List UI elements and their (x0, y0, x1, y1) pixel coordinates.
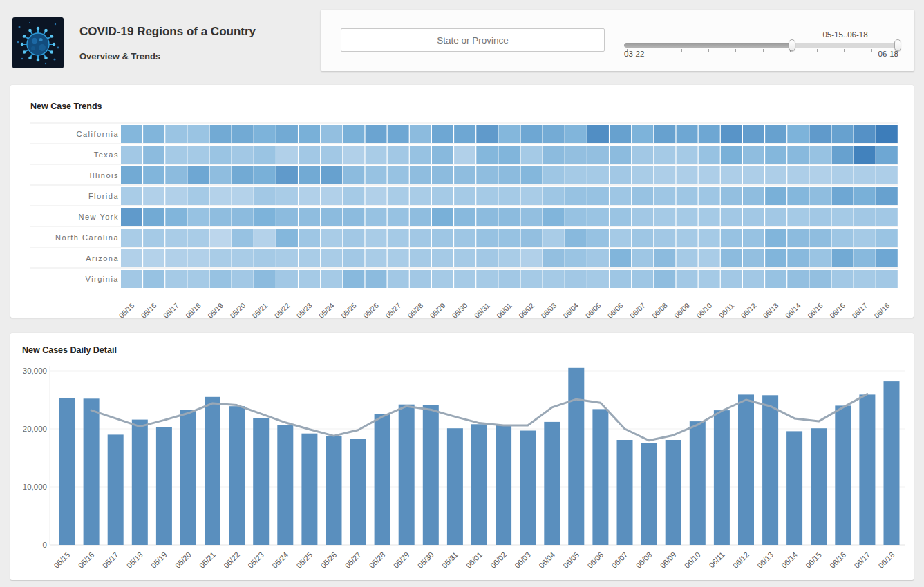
heatmap-cell[interactable] (498, 187, 520, 205)
heatmap-cell[interactable] (721, 208, 742, 226)
heatmap-cell[interactable] (521, 187, 543, 205)
heatmap-cell[interactable] (143, 249, 164, 267)
heatmap-cell[interactable] (809, 249, 831, 267)
heatmap-cell[interactable] (654, 208, 675, 226)
heatmap-cell[interactable] (610, 208, 631, 226)
heatmap-cell[interactable] (321, 146, 342, 164)
heatmap-cell[interactable] (476, 229, 498, 247)
heatmap-cell[interactable] (143, 208, 164, 226)
heatmap-cell[interactable] (321, 187, 342, 205)
heatmap-cell[interactable] (143, 146, 164, 164)
heatmap-cell[interactable] (343, 187, 364, 205)
heatmap-cell[interactable] (677, 249, 698, 267)
heatmap-cell[interactable] (765, 187, 786, 205)
heatmap-cell[interactable] (854, 208, 876, 226)
heatmap-cell[interactable] (498, 208, 520, 226)
bar[interactable] (180, 410, 196, 545)
heatmap-cell[interactable] (388, 229, 409, 247)
bar[interactable] (690, 421, 706, 545)
heatmap-cell[interactable] (143, 125, 164, 143)
bar[interactable] (84, 398, 100, 545)
heatmap-cell[interactable] (343, 249, 364, 267)
heatmap-cell[interactable] (787, 208, 809, 226)
heatmap-cell[interactable] (543, 229, 565, 247)
heatmap-cell[interactable] (388, 125, 409, 143)
heatmap-cell[interactable] (454, 208, 475, 226)
heatmap-cell[interactable] (677, 125, 698, 143)
heatmap-cell[interactable] (366, 270, 387, 288)
heatmap-cell[interactable] (476, 208, 498, 226)
heatmap-cell[interactable] (343, 166, 364, 184)
heatmap-cell[interactable] (232, 229, 254, 247)
heatmap-cell[interactable] (121, 270, 142, 288)
heatmap-cell[interactable] (232, 270, 254, 288)
heatmap-cell[interactable] (677, 208, 698, 226)
heatmap-cell[interactable] (743, 125, 764, 143)
heatmap-cell[interactable] (143, 187, 164, 205)
heatmap-cell[interactable] (809, 208, 831, 226)
heatmap-cell[interactable] (432, 125, 453, 143)
heatmap-cell[interactable] (210, 270, 232, 288)
heatmap-cell[interactable] (254, 166, 276, 184)
heatmap-cell[interactable] (454, 166, 475, 184)
heatmap-cell[interactable] (587, 270, 609, 288)
heatmap-cell[interactable] (654, 166, 675, 184)
bar[interactable] (811, 428, 827, 545)
bar[interactable] (496, 425, 511, 545)
heatmap-cell[interactable] (143, 166, 164, 184)
heatmap-cell[interactable] (765, 229, 786, 247)
heatmap-cell[interactable] (254, 249, 276, 267)
bar[interactable] (156, 427, 172, 546)
heatmap-cell[interactable] (787, 187, 809, 205)
heatmap-cell[interactable] (832, 146, 854, 164)
heatmap-cell[interactable] (632, 166, 653, 184)
heatmap-cell[interactable] (366, 229, 387, 247)
heatmap-cell[interactable] (121, 187, 142, 205)
heatmap-cell[interactable] (677, 166, 698, 184)
heatmap-cell[interactable] (143, 270, 164, 288)
heatmap-cell[interactable] (343, 229, 364, 247)
heatmap-cell[interactable] (165, 208, 187, 226)
heatmap-cell[interactable] (521, 270, 543, 288)
heatmap-cell[interactable] (254, 270, 276, 288)
heatmap-cell[interactable] (321, 208, 342, 226)
heatmap-cell[interactable] (654, 146, 675, 164)
heatmap-cell[interactable] (765, 166, 786, 184)
heatmap-cell[interactable] (476, 270, 498, 288)
heatmap-cell[interactable] (699, 187, 720, 205)
heatmap-cell[interactable] (432, 249, 453, 267)
heatmap-cell[interactable] (476, 125, 498, 143)
heatmap-cell[interactable] (165, 166, 187, 184)
heatmap-cell[interactable] (476, 187, 498, 205)
heatmap-cell[interactable] (765, 208, 786, 226)
heatmap-cell[interactable] (476, 146, 498, 164)
bar[interactable] (350, 439, 366, 545)
heatmap-cell[interactable] (743, 249, 764, 267)
heatmap-cell[interactable] (388, 187, 409, 205)
heatmap-cell[interactable] (832, 166, 854, 184)
heatmap-cell[interactable] (366, 125, 387, 143)
heatmap-cell[interactable] (654, 249, 675, 267)
heatmap-cell[interactable] (410, 146, 431, 164)
bar[interactable] (835, 405, 851, 545)
heatmap-cell[interactable] (187, 166, 209, 184)
heatmap-cell[interactable] (809, 125, 831, 143)
heatmap-cell[interactable] (543, 249, 565, 267)
heatmap-cell[interactable] (743, 187, 764, 205)
heatmap-cell[interactable] (809, 270, 831, 288)
bar[interactable] (762, 395, 778, 545)
bar[interactable] (738, 394, 754, 545)
heatmap-cell[interactable] (632, 270, 653, 288)
heatmap-cell[interactable] (721, 270, 742, 288)
heatmap-cell[interactable] (832, 249, 854, 267)
heatmap-cell[interactable] (276, 187, 298, 205)
heatmap-cell[interactable] (321, 125, 342, 143)
heatmap-cell[interactable] (699, 270, 720, 288)
heatmap-cell[interactable] (410, 166, 431, 184)
heatmap-cell[interactable] (721, 146, 742, 164)
heatmap-cell[interactable] (632, 125, 653, 143)
heatmap-cell[interactable] (832, 125, 854, 143)
heatmap-cell[interactable] (543, 146, 565, 164)
heatmap-cell[interactable] (832, 270, 854, 288)
heatmap-cell[interactable] (876, 166, 898, 184)
